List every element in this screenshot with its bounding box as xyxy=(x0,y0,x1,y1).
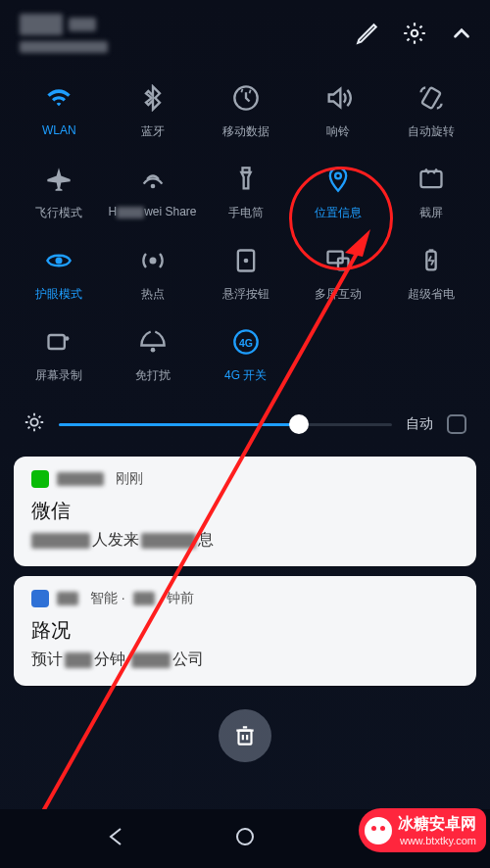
brightness-auto-checkbox[interactable] xyxy=(447,414,466,434)
qs-tile-airplane[interactable]: 飞行模式 xyxy=(16,164,102,221)
qs-tile-auto-rotate[interactable]: 自动旋转 xyxy=(388,82,475,140)
qs-label: 移动数据 xyxy=(222,123,270,140)
qs-tile-screen-record[interactable]: 屏幕录制 xyxy=(16,326,102,384)
qs-label: 位置信息 xyxy=(315,205,362,221)
battery-icon xyxy=(416,245,447,276)
chevron-up-icon[interactable] xyxy=(449,21,474,46)
status-header xyxy=(0,0,490,59)
screenshot-icon xyxy=(416,164,447,195)
qs-label: 超级省电 xyxy=(408,286,455,303)
qs-label: 免打扰 xyxy=(135,367,171,384)
flashlight-icon xyxy=(230,164,262,195)
qs-tile-super-save[interactable]: 超级省电 xyxy=(388,245,475,303)
wifi-icon xyxy=(43,82,74,114)
qs-label: 热点 xyxy=(141,286,165,303)
qs-tile-4g-switch[interactable]: 4G 开关 xyxy=(203,326,289,384)
qs-tile-location[interactable]: 位置信息 xyxy=(295,164,381,221)
brightness-auto-label: 自动 xyxy=(406,415,433,433)
record-icon xyxy=(43,326,74,358)
qs-tile-float-button[interactable]: 悬浮按钮 xyxy=(203,245,289,303)
notification-body: 人发来息 xyxy=(31,530,459,551)
qs-label: WLAN xyxy=(42,123,76,137)
fourg-icon xyxy=(230,326,262,358)
qs-tile-eye-comfort[interactable]: 护眼模式 xyxy=(16,245,102,303)
qs-label: 手电筒 xyxy=(228,205,264,221)
rotate-icon xyxy=(416,82,447,114)
hotspot-icon xyxy=(137,245,169,276)
qs-label: 悬浮按钮 xyxy=(222,286,270,303)
qs-tile-wlan[interactable]: WLAN xyxy=(16,82,102,140)
brightness-row: 自动 xyxy=(0,392,490,451)
qs-tile-hotspot[interactable]: 热点 xyxy=(108,245,196,303)
watermark-badge: 冰糖安卓网 www.btxtky.com xyxy=(359,808,486,852)
qs-label: 蓝牙 xyxy=(141,123,165,140)
notification-header: 智能 · 钟前 xyxy=(31,590,459,607)
qs-label: 屏幕录制 xyxy=(35,367,82,384)
data-icon xyxy=(230,82,262,114)
notification-header: 刚刚 xyxy=(31,470,459,488)
float-icon xyxy=(230,245,262,276)
notification-body: 预计分钟 公司 xyxy=(31,650,459,670)
notification-title: 路况 xyxy=(31,617,459,644)
qs-tile-multi-screen[interactable]: 多屏互动 xyxy=(295,245,381,303)
qs-tile-dnd[interactable]: 免打扰 xyxy=(108,326,196,384)
qs-tile-huawei-share[interactable]: Hwei Share xyxy=(108,164,196,221)
notification-title: 微信 xyxy=(31,498,459,524)
app-icon xyxy=(31,590,49,607)
app-icon xyxy=(31,470,49,488)
qs-tile-mobile-data[interactable]: 移动数据 xyxy=(203,82,289,140)
clear-all-button[interactable] xyxy=(219,709,271,762)
brightness-slider[interactable] xyxy=(59,423,392,426)
location-icon xyxy=(322,164,354,195)
watermark-mascot-icon xyxy=(365,817,392,844)
qs-label: 4G 开关 xyxy=(224,367,267,384)
qs-tile-screenshot[interactable]: 截屏 xyxy=(388,164,475,221)
watermark-brand: 冰糖安卓网 xyxy=(398,814,476,835)
notification-card[interactable]: 刚刚微信人发来息 xyxy=(14,457,476,566)
qs-tile-bluetooth[interactable]: 蓝牙 xyxy=(108,82,196,140)
notification-card[interactable]: 智能 · 钟前路况预计分钟 公司 xyxy=(14,576,476,686)
nav-back[interactable] xyxy=(105,825,128,852)
airplane-icon xyxy=(43,164,74,195)
multiscreen-icon xyxy=(322,245,354,276)
qs-label: 响铃 xyxy=(326,123,350,140)
nav-home[interactable] xyxy=(233,825,257,852)
qs-label: 护眼模式 xyxy=(35,286,82,303)
qs-label: Hwei Share xyxy=(108,205,196,218)
sound-icon xyxy=(322,82,354,114)
qs-label: 飞行模式 xyxy=(35,205,82,221)
trash-icon xyxy=(232,723,258,748)
quick-settings-grid: WLAN蓝牙移动数据响铃自动旋转飞行模式Hwei Share手电筒位置信息截屏护… xyxy=(0,59,490,392)
bluetooth-icon xyxy=(137,82,169,114)
qs-label: 多屏互动 xyxy=(315,286,362,303)
gear-icon[interactable] xyxy=(402,21,427,46)
qs-label: 自动旋转 xyxy=(408,123,455,140)
eye-icon xyxy=(43,245,74,276)
edit-icon[interactable] xyxy=(355,21,380,46)
brightness-icon xyxy=(24,411,45,437)
notification-list: 刚刚微信人发来息 智能 · 钟前路况预计分钟 公司 xyxy=(0,451,490,686)
watermark-url: www.btxtky.com xyxy=(400,835,476,846)
qs-tile-flashlight[interactable]: 手电筒 xyxy=(203,164,289,221)
dnd-icon xyxy=(137,326,169,358)
qs-label: 截屏 xyxy=(419,205,443,221)
share-icon xyxy=(137,164,169,195)
qs-tile-ring[interactable]: 响铃 xyxy=(295,82,381,140)
